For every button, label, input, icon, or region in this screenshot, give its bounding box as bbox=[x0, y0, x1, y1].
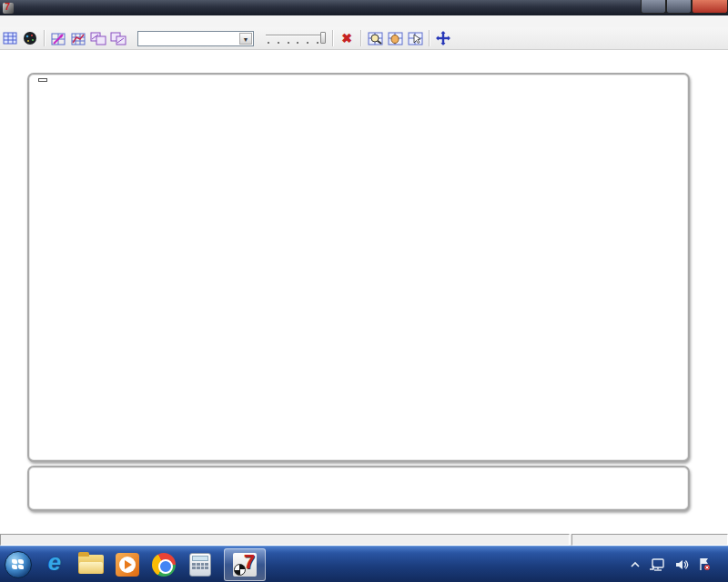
tray-expand-icon[interactable] bbox=[631, 561, 640, 568]
calculator-icon[interactable] bbox=[182, 548, 218, 581]
explorer-folder-icon[interactable] bbox=[73, 548, 109, 581]
pointer-icon[interactable] bbox=[406, 30, 424, 46]
toolbar: ▼ ✖ bbox=[0, 27, 728, 50]
close-button[interactable] bbox=[692, 0, 728, 14]
correction-factor-select[interactable]: ▼ bbox=[137, 31, 254, 46]
network-icon[interactable] bbox=[649, 557, 665, 572]
smoothing-slider[interactable] bbox=[266, 32, 326, 45]
zoom-in-icon[interactable] bbox=[366, 30, 384, 46]
internet-explorer-icon[interactable]: e bbox=[36, 548, 73, 581]
slider-thumb-icon[interactable] bbox=[320, 32, 326, 44]
delete-run-icon[interactable]: ✖ bbox=[338, 30, 356, 46]
status-bar bbox=[0, 534, 728, 546]
chrome-icon[interactable] bbox=[146, 548, 182, 581]
sphere-icon[interactable] bbox=[21, 30, 39, 46]
speaker-icon[interactable] bbox=[674, 558, 689, 571]
start-orb-icon[interactable] bbox=[0, 548, 36, 581]
graph-page bbox=[0, 51, 728, 534]
action-center-flag-icon[interactable] bbox=[698, 557, 711, 571]
title-bar bbox=[0, 0, 728, 15]
winpep-app-icon bbox=[3, 3, 14, 14]
media-player-icon[interactable] bbox=[109, 548, 146, 581]
move-axes-icon[interactable] bbox=[434, 30, 452, 46]
graph-overlay-icon[interactable] bbox=[69, 30, 87, 46]
winpep-taskbar-button[interactable]: 7 bbox=[224, 548, 266, 581]
minimize-button[interactable] bbox=[641, 0, 666, 14]
main-chart-plot[interactable] bbox=[27, 73, 690, 462]
scale-mode-status bbox=[571, 534, 728, 546]
graph-pair-icon[interactable] bbox=[89, 30, 107, 46]
select-dropdown-arrow-icon[interactable]: ▼ bbox=[239, 33, 252, 45]
grid-table-icon[interactable] bbox=[1, 30, 19, 46]
airfuel-chart-plot[interactable] bbox=[27, 466, 690, 511]
taskbar: e 7 bbox=[0, 546, 728, 582]
menu-bar bbox=[0, 15, 728, 27]
run-legend bbox=[38, 78, 47, 82]
winpep-taskbar-icon: 7 bbox=[233, 553, 257, 577]
pan-hand-icon[interactable] bbox=[386, 30, 404, 46]
graph-pair2-icon[interactable] bbox=[109, 30, 127, 46]
restore-button[interactable] bbox=[666, 0, 692, 14]
graph-arrow-icon[interactable] bbox=[49, 30, 67, 46]
status-cell-empty bbox=[0, 534, 570, 546]
